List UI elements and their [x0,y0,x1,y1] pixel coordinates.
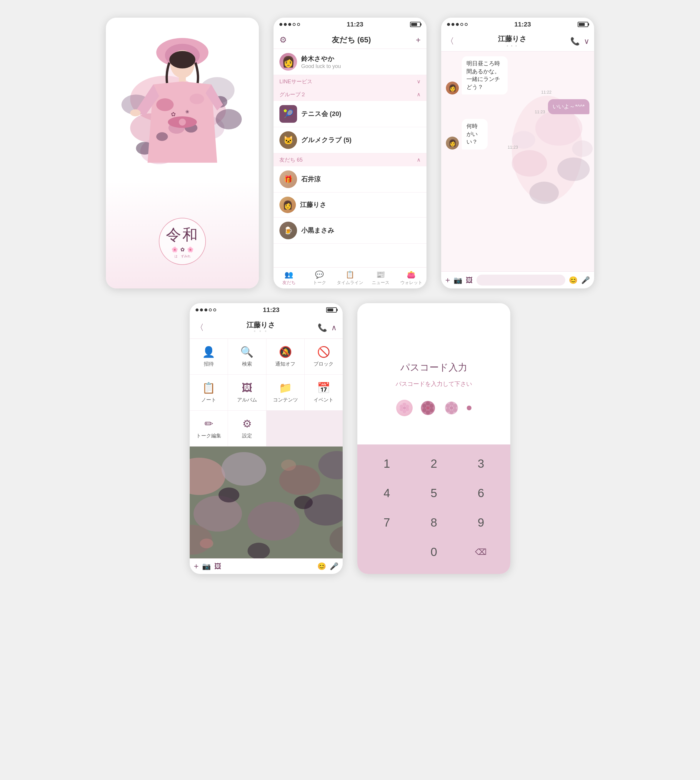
ishii-item[interactable]: 🎁 石井涼 [273,166,427,192]
svg-point-62 [429,408,433,412]
oguro-name: 小黒まさみ [301,226,421,235]
profile-call-icon[interactable]: 📞 [318,323,327,332]
chat-call-icon[interactable]: 📞 [570,37,580,46]
add-friend-icon[interactable]: + [416,35,421,45]
tab-timeline[interactable]: 📋 タイムライン [335,267,365,289]
svg-point-19 [190,94,204,104]
tab-chats[interactable]: 💬 トーク [304,267,335,289]
chat-image-icon[interactable]: 🖼 [466,276,473,284]
tab-wallet[interactable]: 👛 ウォレット [396,267,427,289]
tab-friends[interactable]: 👥 友だち [273,267,304,289]
passcode-dot-row [396,400,472,416]
profile-back-button[interactable]: 〈 [196,322,204,333]
wallet-tab-icon: 👛 [407,271,416,279]
msg1-avatar: 👩 [446,82,459,95]
album-icon: 🖼 [242,382,252,394]
key-6[interactable]: 6 [463,480,498,506]
key-0[interactable]: 0 [416,539,452,565]
signal-dot-3 [288,23,291,26]
chats-tab-label: トーク [313,280,326,286]
oguro-item[interactable]: 🍺 小黒まさみ [273,217,427,244]
prof-add-icon[interactable]: + [194,561,198,571]
friends65-label: 友だち 65 [279,156,303,164]
prof-dot-3 [204,309,207,311]
chat-screen: 11:23 〈 江藤りさ • • • 📞 ∨ [441,18,594,289]
eto-item[interactable]: 👩 江藤りさ [273,192,427,217]
msg3-bubble: 何時がいい？ [462,119,488,150]
key-8[interactable]: 8 [416,509,452,536]
chat-status-bar: 11:23 [441,18,594,31]
ishii-info: 石井涼 [301,175,421,184]
tennis-group-item[interactable]: 🎾 テニス会 (20) [273,101,427,127]
chat-chevron-icon[interactable]: ∨ [584,37,589,46]
chat-camera-icon[interactable]: 📷 [453,276,462,284]
invite-icon: 👤 [202,346,215,358]
friends-list[interactable]: 鈴木さやか Good luck to you LINEサービス ∨ グループ２ … [273,49,427,267]
key-5[interactable]: 5 [416,480,452,506]
message-3: 👩 何時がいい？ 11:23 [446,119,589,150]
prof-emoji-icon[interactable]: 😊 [317,562,326,570]
menu-invite[interactable]: 👤 招待 [190,339,228,374]
chat-mic-icon[interactable]: 🎤 [581,276,590,284]
reiwa-circle: 令和 🌸 ✿ 🌸 は ずみれ [159,218,206,265]
chats-tab-icon: 💬 [315,271,324,279]
chat-battery [578,22,588,27]
friends-title: 友だち (65) [332,35,371,45]
profile-chevron-icon[interactable]: ∧ [331,323,337,332]
key-empty [369,539,404,565]
prof-image-icon[interactable]: 🖼 [214,562,222,570]
svg-point-50 [200,539,213,548]
suzuki-item[interactable]: 鈴木さやか Good luck to you [273,49,427,75]
menu-settings[interactable]: ⚙ 設定 [228,411,266,446]
friends-tab-bar: 👥 友だち 💬 トーク 📋 タイムライン 📰 ニュース 👛 ウォレ [273,267,427,289]
svg-point-8 [216,109,242,130]
key-1[interactable]: 1 [369,450,404,477]
bottom-row: 11:23 〈 江藤りさ * * * 📞 ∧ [190,303,510,574]
msg3-avatar: 👩 [446,137,459,150]
key-9[interactable]: 9 [463,509,498,536]
menu-content[interactable]: 📁 コンテンツ [267,375,304,410]
splash-content: ✿ ❀ 令和 🌸 ✿ 🌸 は ずみれ [106,18,259,289]
passcode-keypad[interactable]: 1 2 3 4 5 6 7 8 9 [357,444,510,574]
key-4[interactable]: 4 [369,480,404,506]
prof-dot-1 [196,309,198,311]
tab-news[interactable]: 📰 ニュース [365,267,396,289]
chat-messages-area[interactable]: 👩 明日昼ころ時間あるかな。一緒にランチどう？ 11:22 いいよ～*^^* 1… [441,52,594,271]
gourmet-group-item[interactable]: 🐱 グルメクラブ (5) [273,127,427,154]
chat-nav-header: 〈 江藤りさ • • • 📞 ∨ [441,31,594,52]
key-2[interactable]: 2 [416,450,452,477]
chat-add-icon[interactable]: + [445,276,450,285]
settings-icon[interactable]: ⚙ [279,35,287,45]
menu-block[interactable]: 🚫 ブロック [305,339,343,374]
menu-event[interactable]: 📅 イベント [305,375,343,410]
chat-emoji-icon[interactable]: 😊 [569,276,578,284]
chat-dot-5 [465,23,468,26]
prof-mic-icon[interactable]: 🎤 [330,562,338,570]
svg-point-70 [453,408,457,412]
svg-text:❀: ❀ [185,109,189,114]
passcode-dot-3 [443,400,460,416]
search-label: 検索 [242,361,252,367]
prof-camera-icon[interactable]: 📷 [202,562,211,570]
event-label: イベント [313,396,333,403]
svg-point-71 [449,410,453,414]
friends65-section[interactable]: 友だち 65 ∧ [273,154,427,166]
profile-menu-screen: 11:23 〈 江藤りさ * * * 📞 ∧ [190,303,343,574]
menu-notify-off[interactable]: 🔕 通知オフ [267,339,304,374]
settings-gear-icon: ⚙ [242,418,252,430]
key-7[interactable]: 7 [369,509,404,536]
key-3[interactable]: 3 [463,450,498,477]
line-service-section[interactable]: LINEサービス ∨ [273,75,427,88]
menu-talk-edit[interactable]: ✏ トーク編集 [190,411,228,446]
key-delete[interactable]: ⌫ [463,539,498,565]
chat-back-button[interactable]: 〈 [446,36,454,47]
ishii-avatar: 🎁 [279,170,297,188]
friends-status-bar: 11:23 [273,18,427,31]
group2-section[interactable]: グループ２ ∧ [273,88,427,101]
menu-search[interactable]: 🔍 検索 [228,339,266,374]
menu-note[interactable]: 📋 ノート [190,375,228,410]
menu-album[interactable]: 🖼 アルバム [228,375,266,410]
chat-text-input[interactable] [477,275,565,286]
keypad-row-3: 7 8 9 [363,509,504,536]
oguro-avatar: 🍺 [279,222,297,239]
